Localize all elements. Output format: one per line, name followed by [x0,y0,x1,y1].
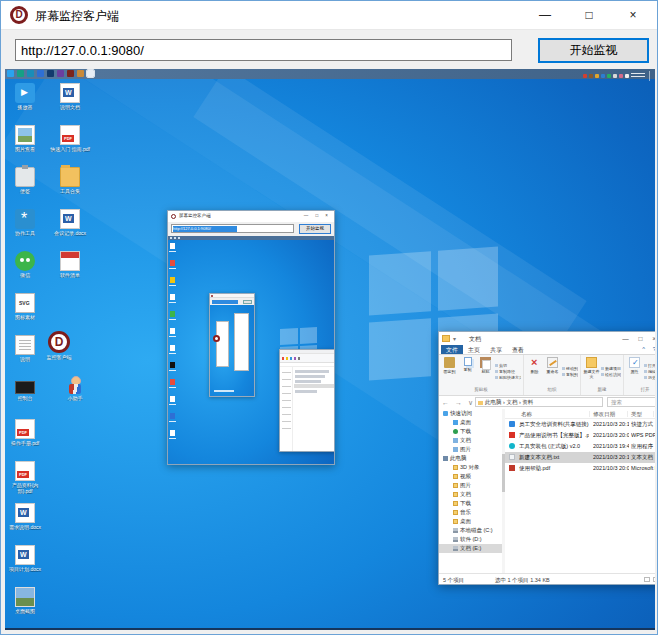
taskbar-icon-start[interactable] [7,70,14,77]
tray-gray-icon[interactable] [613,74,617,78]
taskbar-icon-app-teal[interactable] [27,70,34,77]
desktop-icon-assistant[interactable]: 小助手 [57,376,93,401]
minimize-button[interactable]: — [523,1,567,29]
desktop-icon-word[interactable]: 项目计划.docx [5,545,45,587]
taskbar-icon-app-navy[interactable] [47,70,54,77]
desktop-icon-photo2[interactable]: 桌面截图 [5,587,45,629]
ribbon-button-newfolder[interactable]: 新建文件夹 [583,356,600,387]
nav-item[interactable]: 快速访问 [439,409,502,418]
ribbon-button-pin[interactable]: 固定到 [441,356,458,387]
nav-item[interactable]: 文档 [439,436,502,445]
nav-item[interactable]: 文档 (E:) [439,544,502,553]
nav-item[interactable]: 图片 [439,445,502,454]
column-header-1[interactable]: 修改日期 [593,411,615,418]
desktop-icon-word[interactable]: 需求说明.docx [5,503,45,545]
nav-item[interactable]: 软件 (D:) [439,535,502,544]
ribbon-small-button[interactable]: 新建项目 [601,366,621,371]
taskbar-icon-app-maroon[interactable] [67,70,74,77]
nav-item[interactable]: 图片 [439,481,502,490]
nav-item[interactable]: 下载 [439,427,502,436]
file-row[interactable]: 工具安装包 (正式版) v2.02021/10/3 19:46应用程序1,892… [505,441,655,452]
nav-item[interactable]: 此电脑 [439,454,502,463]
nav-item[interactable]: 桌面 [439,517,502,526]
explorer-titlebar[interactable]: ▾ 文档 — □ × [439,332,655,345]
desktop-icon-pdf[interactable]: 快速入门 指南.pdf [47,125,93,167]
ribbon-small-button[interactable]: 剪切 [495,363,521,368]
titlebar[interactable]: D 屏幕监控客户端 — □ × [1,1,657,29]
ribbon-small-button[interactable]: 编辑 [644,369,655,374]
thumbnails-view-button[interactable] [653,577,655,582]
file-row[interactable]: 产品使用说明书【完整版】.pdf2021/10/3 20:09WPS PDF 文… [505,430,655,441]
column-header-0[interactable]: 名称 [521,411,532,418]
nav-item[interactable]: 下载 [439,499,502,508]
tab-3[interactable]: 查看 [507,345,529,354]
search-input[interactable]: 搜索 [607,397,655,407]
explorer-window[interactable]: ▾ 文档 — □ × 文件主页共享查看 ^ ? 固定到复制粘贴剪切复制路径粘贴快… [438,331,655,585]
desktop-icon-svg[interactable]: 图标素材 [5,293,45,335]
details-view-button[interactable] [644,577,650,582]
column-header-2[interactable]: 类型 [631,411,642,418]
url-input[interactable] [15,39,512,61]
desktop-icon-pdf[interactable]: 操作手册.pdf [5,419,45,461]
nav-item[interactable]: 本地磁盘 (C:) [439,526,502,535]
close-button[interactable]: × [611,1,655,29]
tray-brown-icon[interactable] [589,74,593,78]
desktop-icon-star[interactable]: 协作工具 [5,209,45,251]
quick-access-toolbar[interactable]: ▾ [453,335,456,342]
ribbon-small-button[interactable]: 轻松访问 [601,372,621,377]
tab-2[interactable]: 共享 [485,345,507,354]
ribbon-button-paste[interactable]: 粘贴 [477,356,494,387]
ribbon-small-button[interactable]: 复制路径 [495,369,521,374]
ribbon-small-button[interactable]: 粘贴快捷方式 [495,375,521,380]
desktop-icon-wechat[interactable]: 微信 [5,251,45,293]
desktop-icon-photo[interactable]: 图片查看 [5,125,45,167]
ribbon-button-delete[interactable]: 删除 [526,356,543,387]
tray-pink-icon[interactable] [619,74,623,78]
tray-gold-icon[interactable] [595,74,599,78]
file-row[interactable]: 员工安全培训资料(共享链接)2021/10/3 20:11快捷方式2 KB [505,419,655,430]
tab-file[interactable]: 文件 [441,345,463,354]
ribbon-small-button[interactable]: 移动到 [562,366,578,371]
maximize-button[interactable]: □ [567,1,611,29]
nav-item[interactable]: 视频 [439,472,502,481]
nav-item[interactable]: 音乐 [439,508,502,517]
ribbon-small-button[interactable]: 历史记录 [644,375,655,380]
file-row[interactable]: 使用帮助.pdf2021/10/3 20:02Microsoft Edge128… [505,463,655,474]
remote-taskbar[interactable] [5,69,655,79]
tray-blue-icon[interactable] [601,74,605,78]
taskbar-icon-app-blue[interactable] [37,70,44,77]
taskbar-icon-client-active[interactable] [87,70,94,77]
nested-client-window[interactable]: 屏幕监控客户端 — □ × http://127.0.0.1:9080/ 开始监… [167,210,335,465]
ribbon-button-properties[interactable]: 属性 [626,356,643,387]
tray-green-icon[interactable] [607,74,611,78]
remote-desktop-view[interactable]: 播放器图片查看便签协作工具微信图标素材说明控制台操作手册.pdf产品资料(内部)… [5,69,655,630]
start-monitor-button[interactable]: 开始监视 [538,38,649,63]
desktop-icon-word[interactable]: 会议记录.docx [47,209,93,251]
ribbon-expand-help-icons[interactable]: ^ ? [642,346,655,352]
desktop-icon-pdf[interactable]: 产品资料(内部).pdf [5,461,45,503]
ribbon-small-button[interactable]: 打开 [644,363,655,368]
desktop-icon-reddoc[interactable]: 软件清单 [47,251,93,293]
desktop-icon-black[interactable]: 控制台 [5,377,45,419]
taskbar-icon-app-tan[interactable] [77,70,84,77]
ribbon-small-button[interactable]: 复制到 [562,372,578,377]
breadcrumb[interactable]: 此电脑 › 文档 › 资料 [475,397,603,407]
taskbar-icon-app-purple[interactable] [57,70,64,77]
explorer-window-controls[interactable]: — □ × [622,335,655,342]
nav-item[interactable]: 文档 [439,490,502,499]
nav-item[interactable]: 桌面 [439,418,502,427]
tray-white-icon[interactable] [625,74,629,78]
ribbon-button-rename[interactable]: 重命名 [544,356,561,387]
desktop-icon-client-logo[interactable]: D 监控客户端 [39,331,79,360]
desktop-icon-word[interactable]: 说明文档 [47,83,93,125]
tab-1[interactable]: 主页 [463,345,485,354]
desktop-icon-bottle[interactable]: 便签 [5,167,45,209]
ribbon-button-copy[interactable]: 复制 [459,356,476,387]
taskbar-icon-app-green[interactable] [17,70,24,77]
nav-item[interactable]: 3D 对象 [439,463,502,472]
desktop-icon-folder[interactable]: 工具合集 [47,167,93,209]
file-row[interactable]: 新建文本文档.txt2021/10/3 20:15文本文档1 KB [505,452,655,463]
tray-red-icon[interactable] [583,74,587,78]
desktop-icon-media[interactable]: 播放器 [5,83,45,125]
show-desktop-button[interactable] [649,71,651,81]
